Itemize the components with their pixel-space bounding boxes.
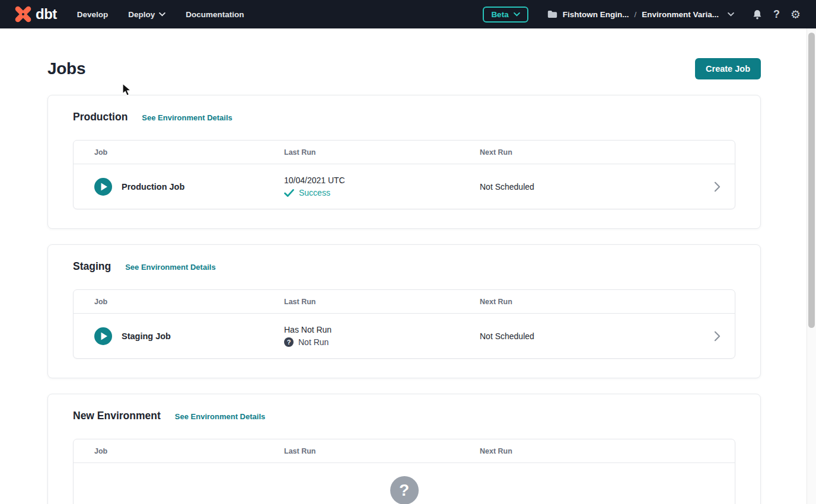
last-run-status: Success bbox=[299, 188, 330, 197]
last-run-state: Has Not Run bbox=[284, 325, 480, 334]
top-navigation-bar: dbt Develop Deploy Documentation Beta Fi… bbox=[0, 0, 816, 28]
column-header-last-run: Last Run bbox=[284, 148, 480, 157]
scrollbar-thumb[interactable] bbox=[808, 33, 815, 328]
settings-gear-icon[interactable]: ⚙ bbox=[791, 9, 801, 20]
folder-icon bbox=[547, 10, 557, 18]
success-check-icon bbox=[284, 189, 294, 197]
column-header-last-run: Last Run bbox=[284, 298, 480, 306]
main-content: Jobs Create Job Production See Environme… bbox=[0, 28, 807, 504]
job-name[interactable]: Production Job bbox=[122, 182, 184, 192]
jobs-table: Job Last Run Next Run Production Job 1 bbox=[73, 140, 735, 209]
chevron-down-icon bbox=[159, 12, 165, 17]
column-header-next-run: Next Run bbox=[480, 148, 699, 157]
chevron-right-icon[interactable] bbox=[714, 181, 721, 192]
jobs-table-header: Job Last Run Next Run bbox=[74, 439, 735, 462]
not-run-question-icon: ? bbox=[284, 337, 294, 347]
environment-card-production: Production See Environment Details Job L… bbox=[47, 95, 761, 229]
dbt-logo-icon bbox=[13, 4, 33, 24]
nav-item-develop[interactable]: Develop bbox=[77, 10, 109, 19]
jobs-table-header: Job Last Run Next Run bbox=[74, 141, 735, 164]
vertical-scrollbar[interactable] bbox=[807, 28, 816, 504]
jobs-table-header: Job Last Run Next Run bbox=[74, 290, 735, 313]
notifications-bell-icon[interactable] bbox=[752, 9, 763, 20]
nav-documentation-label: Documentation bbox=[186, 10, 244, 19]
page-title: Jobs bbox=[47, 59, 85, 78]
beta-label: Beta bbox=[491, 10, 508, 19]
run-job-play-button[interactable] bbox=[94, 178, 112, 196]
chevron-down-icon bbox=[514, 12, 520, 17]
column-header-next-run: Next Run bbox=[480, 298, 699, 306]
help-icon[interactable]: ? bbox=[773, 8, 780, 21]
environment-card-new-environment: New Environment See Environment Details … bbox=[47, 394, 761, 504]
topbar-right-cluster: Beta Fishtown Engin... / Environment Var… bbox=[483, 7, 801, 23]
column-header-job: Job bbox=[94, 148, 284, 157]
chevron-down-icon[interactable] bbox=[728, 12, 734, 17]
next-run-value: Not Scheduled bbox=[480, 331, 699, 341]
jobs-table: Job Last Run Next Run Staging Job Has bbox=[73, 289, 735, 359]
create-job-button[interactable]: Create Job bbox=[695, 58, 761, 79]
see-environment-details-link[interactable]: See Environment Details bbox=[142, 113, 232, 122]
breadcrumb: Fishtown Engin... / Environment Varia... bbox=[547, 10, 734, 19]
beta-dropdown[interactable]: Beta bbox=[483, 7, 528, 23]
dbt-logo-text: dbt bbox=[36, 6, 57, 23]
jobs-table: Job Last Run Next Run ? bbox=[73, 439, 735, 504]
page-header: Jobs Create Job bbox=[47, 28, 761, 79]
column-header-job: Job bbox=[94, 298, 284, 306]
topbar-icon-group: ? ⚙ bbox=[752, 8, 801, 21]
next-run-value: Not Scheduled bbox=[480, 182, 699, 192]
see-environment-details-link[interactable]: See Environment Details bbox=[175, 412, 265, 421]
chevron-right-icon[interactable] bbox=[714, 331, 721, 342]
empty-jobs-state: ? bbox=[74, 462, 735, 504]
job-name[interactable]: Staging Job bbox=[122, 331, 171, 341]
column-header-next-run: Next Run bbox=[480, 447, 699, 455]
dbt-logo[interactable]: dbt bbox=[13, 4, 57, 24]
last-run-date: 10/04/2021 UTC bbox=[284, 176, 480, 185]
nav-item-deploy[interactable]: Deploy bbox=[128, 10, 165, 19]
breadcrumb-section[interactable]: Environment Varia... bbox=[642, 10, 719, 19]
environment-name: Production bbox=[73, 111, 128, 123]
nav-develop-label: Develop bbox=[77, 10, 109, 19]
empty-state-question-icon: ? bbox=[390, 476, 419, 504]
environment-name: New Environment bbox=[73, 410, 161, 422]
run-job-play-button[interactable] bbox=[94, 327, 112, 345]
primary-nav: Develop Deploy Documentation bbox=[77, 10, 244, 19]
nav-deploy-label: Deploy bbox=[128, 10, 155, 19]
column-header-last-run: Last Run bbox=[284, 447, 480, 455]
breadcrumb-project[interactable]: Fishtown Engin... bbox=[563, 10, 629, 19]
breadcrumb-separator: / bbox=[634, 10, 636, 19]
nav-item-documentation[interactable]: Documentation bbox=[186, 10, 244, 19]
see-environment-details-link[interactable]: See Environment Details bbox=[125, 263, 215, 272]
last-run-status: Not Run bbox=[298, 337, 329, 347]
job-row-production[interactable]: Production Job 10/04/2021 UTC Success No… bbox=[74, 164, 735, 209]
environment-name: Staging bbox=[73, 260, 111, 273]
column-header-job: Job bbox=[94, 447, 284, 455]
job-row-staging[interactable]: Staging Job Has Not Run ? Not Run Not Sc… bbox=[74, 313, 735, 358]
environment-card-staging: Staging See Environment Details Job Last… bbox=[47, 244, 761, 378]
